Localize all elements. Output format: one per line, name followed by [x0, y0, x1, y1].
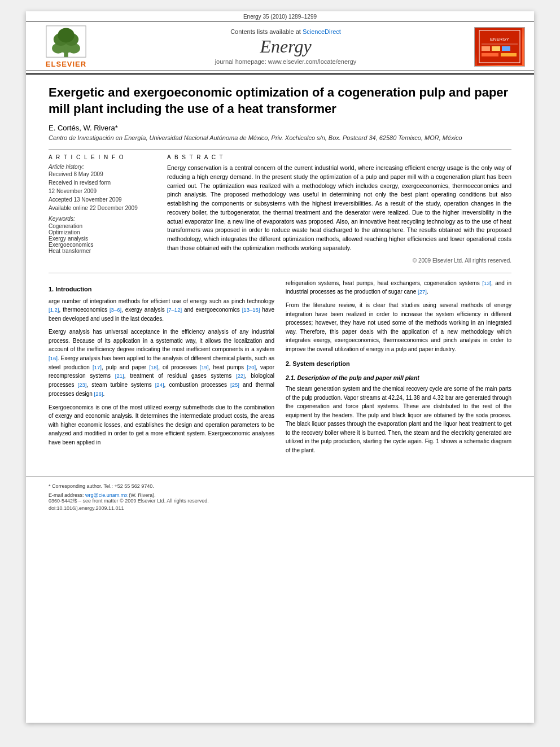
- right-p2: From the literature review, it is clear …: [286, 301, 511, 353]
- sciencedirect-prefix: Contents lists available at: [230, 28, 301, 35]
- svg-text:ENERGY: ENERGY: [490, 37, 509, 42]
- revised-date: 12 November 2009: [49, 188, 156, 194]
- keyword-4: Exergoeconomics: [49, 242, 156, 248]
- ref-24[interactable]: [24]: [155, 382, 164, 388]
- body-columns: 1. Introduction arge number of integrati…: [49, 279, 511, 460]
- ref-17[interactable]: [17]: [93, 364, 102, 370]
- journal-thumbnail: ENERGY: [474, 27, 525, 67]
- footer-doi: doi:10.1016/j.energy.2009.11.011: [49, 505, 511, 511]
- svg-rect-12: [482, 46, 490, 51]
- article-info: A R T I C L E I N F O Article history: R…: [49, 154, 156, 264]
- abstract-title: A B S T R A C T: [167, 154, 511, 160]
- email-label: E-mail address:: [49, 492, 84, 498]
- ref-1-2[interactable]: [1,2]: [49, 307, 59, 313]
- intro-p1-text: arge number of integration methods for e…: [49, 298, 274, 322]
- sciencedirect-line: Contents lists available at ScienceDirec…: [97, 28, 474, 35]
- intro-p3: Exergoeconomics is one of the most utili…: [49, 403, 274, 447]
- article-info-title: A R T I C L E I N F O: [49, 154, 156, 160]
- ref-22[interactable]: [22]: [236, 373, 245, 379]
- keywords-label: Keywords:: [49, 216, 156, 222]
- author-names: E. Cortés, W. Rivera*: [49, 124, 118, 132]
- ref-19[interactable]: [19]: [200, 364, 209, 370]
- authors: E. Cortés, W. Rivera*: [49, 124, 511, 132]
- journal-title: Energy: [97, 36, 474, 57]
- keyword-2: Optimization: [49, 229, 156, 235]
- ref-25[interactable]: [25]: [230, 382, 239, 388]
- article-title: Exergetic and exergoeconomic optimizatio…: [49, 85, 511, 117]
- footer-rights: 0360-5442/$ – see front matter © 2009 El…: [49, 498, 511, 504]
- abstract-text: Energy conservation is a central concern…: [167, 164, 511, 253]
- journal-header: Energy 35 (2010) 1289–1299 ELSEVIER: [26, 11, 534, 75]
- intro-p1: arge number of integration methods for e…: [49, 297, 274, 324]
- sciencedirect-link[interactable]: ScienceDirect: [303, 28, 341, 35]
- svg-rect-14: [502, 46, 510, 51]
- intro-p2: Exergy analysis has universal acceptance…: [49, 327, 274, 398]
- right-p3: The steam generation system and the chem…: [286, 385, 511, 455]
- section2-sub-heading: 2.1. Description of the pulp and paper m…: [286, 373, 511, 382]
- journal-thumb-icon: ENERGY: [477, 28, 522, 65]
- revised-label: Received in revised form: [49, 180, 156, 186]
- svg-rect-13: [492, 46, 500, 51]
- section1-heading: 1. Introduction: [49, 285, 274, 294]
- copyright: © 2009 Elsevier Ltd. All rights reserved…: [167, 257, 511, 264]
- accepted-date: Accepted 13 November 2009: [49, 196, 156, 203]
- keyword-1: Cogeneration: [49, 223, 156, 229]
- keywords-section: Keywords: Cogeneration Optimization Exer…: [49, 216, 156, 254]
- article-content: Exergetic and exergoeconomic optimizatio…: [26, 75, 534, 470]
- received-date: Received 8 May 2009: [49, 171, 156, 177]
- email-suffix: (W. Rivera).: [129, 492, 156, 498]
- corresponding-text: * Corresponding author. Tel.: +52 55 562…: [49, 483, 154, 489]
- journal-logo-row: ELSEVIER Contents lists available at Sci…: [26, 21, 534, 71]
- ref-20[interactable]: [20]: [247, 364, 256, 370]
- svg-point-6: [58, 28, 75, 43]
- svg-rect-15: [482, 53, 498, 56]
- ref-23[interactable]: [23]: [78, 382, 87, 388]
- journal-homepage: journal homepage: www.elsevier.com/locat…: [97, 58, 474, 65]
- history-label: Article history:: [49, 164, 156, 170]
- ref-26[interactable]: [26]: [94, 391, 103, 397]
- abstract-section: A B S T R A C T Energy conservation is a…: [167, 154, 511, 264]
- right-column: refrigeration systems, heat pumps, heat …: [286, 279, 511, 460]
- affiliation: Centro de Investigación en Energía, Univ…: [49, 134, 511, 141]
- keyword-5: Heat transformer: [49, 248, 156, 254]
- ref-27[interactable]: [27]: [418, 289, 427, 295]
- elsevier-logo: ELSEVIER: [35, 25, 97, 68]
- left-column: 1. Introduction arge number of integrati…: [49, 279, 274, 460]
- ref-13[interactable]: [13]: [482, 280, 491, 286]
- ref-7-12[interactable]: [7–12]: [167, 307, 182, 313]
- page: Energy 35 (2010) 1289–1299 ELSEVIER: [26, 11, 534, 723]
- svg-rect-16: [501, 53, 517, 56]
- journal-citation: Energy 35 (2010) 1289–1299: [243, 14, 317, 20]
- keyword-3: Exergy analysis: [49, 235, 156, 242]
- email-address[interactable]: wrg@cie.unam.mx: [85, 492, 128, 498]
- elsevier-brand: ELSEVIER: [46, 60, 86, 68]
- elsevier-tree-icon: [43, 25, 89, 59]
- ref-18[interactable]: [18]: [149, 364, 158, 370]
- ref-13-15[interactable]: [13–15]: [242, 307, 260, 313]
- online-date: Available online 22 December 2009: [49, 205, 156, 211]
- info-area: A R T I C L E I N F O Article history: R…: [49, 149, 511, 264]
- email-note: E-mail address: wrg@cie.unam.mx (W. Rive…: [49, 492, 511, 498]
- section2-heading: 2. System description: [286, 359, 511, 369]
- ref-3-6[interactable]: [3–6]: [110, 307, 121, 313]
- section-divider: [49, 273, 511, 273]
- journal-center: Contents lists available at ScienceDirec…: [97, 28, 474, 65]
- page-footer: * Corresponding author. Tel.: +52 55 562…: [26, 476, 534, 513]
- corresponding-note: * Corresponding author. Tel.: +52 55 562…: [49, 483, 511, 489]
- ref-21[interactable]: [21]: [115, 373, 124, 379]
- right-p1: refrigeration systems, heat pumps, heat …: [286, 279, 511, 296]
- ref-16[interactable]: [16]: [49, 355, 58, 361]
- journal-top-bar: Energy 35 (2010) 1289–1299: [26, 11, 534, 21]
